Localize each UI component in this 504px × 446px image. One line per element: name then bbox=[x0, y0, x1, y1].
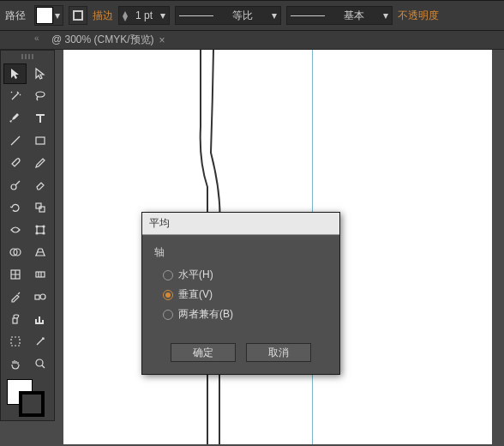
tools-panel bbox=[0, 50, 55, 421]
pen-tool[interactable] bbox=[3, 108, 27, 129]
svg-rect-1 bbox=[36, 137, 45, 144]
radio-horizontal[interactable]: 水平(H) bbox=[154, 265, 327, 285]
rectangle-tool[interactable] bbox=[28, 130, 51, 151]
svg-point-15 bbox=[40, 294, 45, 299]
fill-color-icon bbox=[36, 7, 53, 24]
paintbrush-tool[interactable] bbox=[3, 153, 27, 173]
mesh-tool[interactable] bbox=[3, 264, 27, 285]
axis-group-label: 轴 bbox=[154, 245, 327, 260]
stroke-color-icon bbox=[19, 391, 45, 417]
profile-value: 等比 bbox=[217, 9, 268, 23]
svg-rect-17 bbox=[11, 337, 20, 346]
stroke-weight-value: 1 pt bbox=[131, 9, 157, 21]
radio-icon bbox=[163, 270, 173, 280]
panel-grip-icon[interactable] bbox=[3, 54, 51, 61]
scale-tool[interactable] bbox=[28, 197, 51, 218]
collapse-chevron-icon[interactable]: « bbox=[34, 33, 39, 43]
ok-button[interactable]: 确定 bbox=[171, 343, 236, 362]
direct-selection-tool[interactable] bbox=[28, 63, 51, 84]
radio-label: 两者兼有(B) bbox=[178, 307, 233, 322]
eyedropper-tool[interactable] bbox=[3, 286, 27, 307]
radio-label: 水平(H) bbox=[178, 268, 213, 282]
radio-label: 垂直(V) bbox=[178, 287, 213, 302]
chevron-down-icon: ▾ bbox=[272, 9, 277, 21]
profile-field[interactable]: 等比 ▾ bbox=[175, 6, 281, 25]
slice-tool[interactable] bbox=[28, 331, 51, 352]
svg-rect-16 bbox=[13, 318, 17, 323]
lasso-tool[interactable] bbox=[28, 86, 51, 106]
path-label: 路径 bbox=[5, 9, 26, 23]
average-dialog: 平均 轴 水平(H) 垂直(V) 两者兼有(B) 确定 取消 bbox=[141, 212, 340, 375]
radio-vertical[interactable]: 垂直(V) bbox=[154, 285, 327, 304]
svg-rect-5 bbox=[37, 226, 44, 233]
line-sample-icon bbox=[179, 15, 213, 16]
blob-brush-tool[interactable] bbox=[3, 175, 27, 196]
free-transform-tool[interactable] bbox=[28, 220, 51, 240]
width-tool[interactable] bbox=[3, 220, 27, 240]
line-tool[interactable] bbox=[3, 130, 27, 151]
perspective-grid-tool[interactable] bbox=[28, 242, 51, 262]
symbol-sprayer-tool[interactable] bbox=[3, 309, 27, 329]
dialog-title: 平均 bbox=[142, 213, 339, 235]
radio-icon bbox=[163, 290, 173, 300]
artboard-tool[interactable] bbox=[3, 331, 27, 352]
zoom-tool[interactable] bbox=[28, 353, 51, 374]
svg-rect-4 bbox=[39, 207, 45, 212]
stepper-icon: ▴▾ bbox=[123, 10, 128, 21]
svg-point-18 bbox=[36, 359, 43, 366]
pencil-tool[interactable] bbox=[28, 153, 51, 173]
blend-tool[interactable] bbox=[28, 286, 51, 307]
radio-icon bbox=[163, 310, 173, 320]
brush-value: 基本 bbox=[328, 9, 380, 23]
selection-tool[interactable] bbox=[3, 63, 27, 84]
document-tab-bar: « @ 300% (CMYK/预览) × bbox=[0, 31, 504, 50]
radio-both[interactable]: 两者兼有(B) bbox=[154, 304, 327, 324]
svg-point-0 bbox=[36, 92, 45, 97]
chevron-down-icon: ▾ bbox=[383, 9, 388, 21]
shape-builder-tool[interactable] bbox=[3, 242, 27, 262]
fill-swatch[interactable]: ▾ bbox=[34, 5, 63, 26]
eraser-tool[interactable] bbox=[28, 175, 51, 196]
document-tab[interactable]: @ 300% (CMYK/预览) bbox=[51, 33, 154, 47]
chevron-down-icon: ▾ bbox=[53, 9, 62, 21]
opacity-label[interactable]: 不透明度 bbox=[398, 9, 439, 23]
column-graph-tool[interactable] bbox=[28, 309, 51, 329]
svg-rect-3 bbox=[36, 203, 41, 208]
options-bar: 路径 ▾ 描边 ▴▾ 1 pt ▾ 等比 ▾ 基本 ▾ 不透明度 bbox=[0, 0, 504, 31]
hand-tool[interactable] bbox=[3, 353, 27, 374]
type-tool[interactable] bbox=[28, 108, 51, 129]
fill-stroke-control[interactable] bbox=[7, 379, 50, 417]
stroke-swatch[interactable] bbox=[69, 6, 87, 25]
line-sample-icon bbox=[291, 15, 325, 16]
svg-rect-13 bbox=[36, 272, 45, 277]
stroke-weight-field[interactable]: ▴▾ 1 pt ▾ bbox=[118, 6, 170, 25]
gradient-tool[interactable] bbox=[28, 264, 51, 285]
svg-rect-14 bbox=[35, 295, 39, 299]
stroke-label[interactable]: 描边 bbox=[93, 9, 113, 23]
brush-field[interactable]: 基本 ▾ bbox=[286, 6, 393, 25]
cancel-button[interactable]: 取消 bbox=[246, 343, 311, 362]
rotate-tool[interactable] bbox=[3, 197, 27, 218]
magic-wand-tool[interactable] bbox=[3, 86, 27, 106]
chevron-down-icon: ▾ bbox=[160, 9, 165, 21]
close-tab-icon[interactable]: × bbox=[159, 34, 165, 46]
